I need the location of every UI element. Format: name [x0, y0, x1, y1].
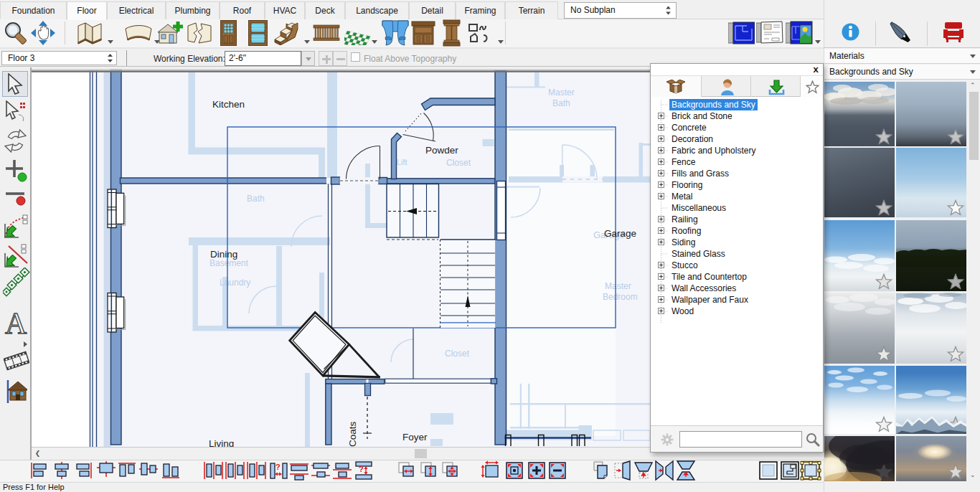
svg-text:Basement: Basement — [209, 258, 249, 268]
svg-text:A: A — [5, 307, 27, 337]
svg-text:Bath: Bath — [552, 98, 570, 108]
svg-text:Kitchen: Kitchen — [212, 99, 245, 110]
svg-text:Master: Master — [548, 87, 575, 98]
svg-text:Closet: Closet — [446, 158, 471, 168]
svg-text:Lift: Lift — [397, 158, 407, 166]
svg-text:Bath: Bath — [247, 194, 265, 204]
svg-text:Powder: Powder — [425, 145, 458, 156]
svg-text:?: ? — [359, 465, 364, 473]
svg-text:Foyer: Foyer — [402, 432, 428, 443]
svg-text:Living: Living — [209, 438, 234, 447]
svg-text:Closet: Closet — [445, 349, 470, 359]
svg-text:Dining: Dining — [210, 249, 237, 260]
svg-text:Garage: Garage — [604, 228, 636, 239]
svg-text:Bedroom: Bedroom — [603, 292, 638, 302]
svg-text:Master: Master — [605, 281, 631, 291]
svg-text:Coats: Coats — [347, 421, 358, 447]
svg-text:?: ? — [275, 463, 281, 471]
svg-text:Laundry: Laundry — [220, 278, 250, 288]
